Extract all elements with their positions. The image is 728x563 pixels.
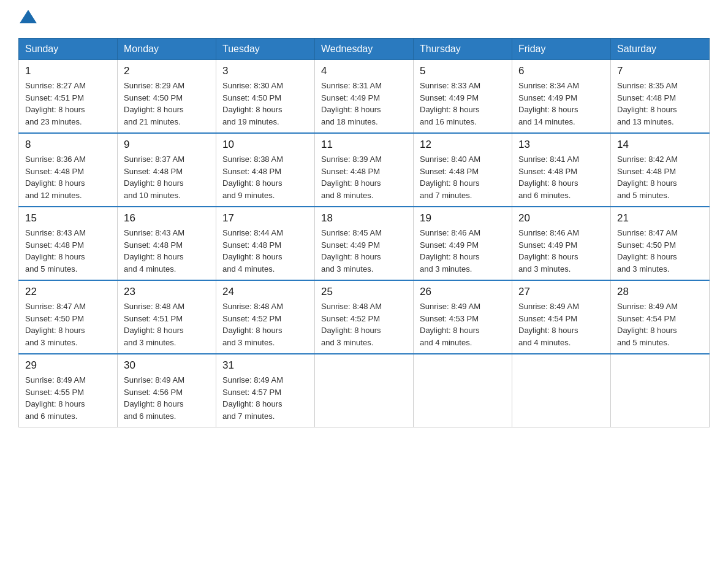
calendar-cell: 3 Sunrise: 8:30 AM Sunset: 4:50 PM Dayli… [216, 60, 315, 134]
calendar-cell: 2 Sunrise: 8:29 AM Sunset: 4:50 PM Dayli… [118, 60, 216, 134]
day-number: 14 [617, 139, 703, 151]
day-number: 25 [321, 286, 407, 298]
calendar-cell: 21 Sunrise: 8:47 AM Sunset: 4:50 PM Dayl… [611, 207, 710, 280]
day-info: Sunrise: 8:34 AM Sunset: 4:49 PM Dayligh… [518, 80, 604, 128]
day-info: Sunrise: 8:30 AM Sunset: 4:50 PM Dayligh… [222, 80, 308, 128]
day-info: Sunrise: 8:44 AM Sunset: 4:48 PM Dayligh… [222, 227, 308, 275]
week-row-2: 8 Sunrise: 8:36 AM Sunset: 4:48 PM Dayli… [19, 133, 710, 207]
calendar-cell: 12 Sunrise: 8:40 AM Sunset: 4:48 PM Dayl… [414, 133, 512, 207]
day-number: 20 [518, 212, 604, 224]
day-info: Sunrise: 8:49 AM Sunset: 4:57 PM Dayligh… [222, 374, 308, 422]
calendar-cell: 28 Sunrise: 8:49 AM Sunset: 4:54 PM Dayl… [611, 280, 710, 354]
day-number: 26 [420, 286, 506, 298]
day-info: Sunrise: 8:48 AM Sunset: 4:52 PM Dayligh… [222, 301, 308, 348]
day-info: Sunrise: 8:29 AM Sunset: 4:50 PM Dayligh… [124, 80, 210, 128]
day-info: Sunrise: 8:49 AM Sunset: 4:55 PM Dayligh… [25, 374, 111, 422]
calendar-cell: 17 Sunrise: 8:44 AM Sunset: 4:48 PM Dayl… [216, 207, 315, 280]
day-info: Sunrise: 8:40 AM Sunset: 4:48 PM Dayligh… [420, 153, 506, 201]
day-info: Sunrise: 8:45 AM Sunset: 4:49 PM Dayligh… [321, 227, 407, 275]
week-row-4: 22 Sunrise: 8:47 AM Sunset: 4:50 PM Dayl… [19, 280, 710, 354]
day-number: 12 [420, 139, 506, 151]
day-number: 5 [420, 65, 506, 77]
day-number: 4 [321, 65, 407, 77]
logo-triangle-icon [20, 10, 37, 23]
calendar-cell: 19 Sunrise: 8:46 AM Sunset: 4:49 PM Dayl… [414, 207, 512, 280]
week-row-5: 29 Sunrise: 8:49 AM Sunset: 4:55 PM Dayl… [19, 354, 710, 427]
day-info: Sunrise: 8:38 AM Sunset: 4:48 PM Dayligh… [222, 153, 308, 201]
page-header [18, 12, 710, 26]
calendar-cell: 31 Sunrise: 8:49 AM Sunset: 4:57 PM Dayl… [216, 354, 315, 427]
calendar-cell: 30 Sunrise: 8:49 AM Sunset: 4:56 PM Dayl… [118, 354, 216, 427]
day-number: 9 [124, 139, 210, 151]
header-tuesday: Tuesday [216, 39, 315, 60]
calendar-cell: 20 Sunrise: 8:46 AM Sunset: 4:49 PM Dayl… [512, 207, 611, 280]
calendar-cell: 27 Sunrise: 8:49 AM Sunset: 4:54 PM Dayl… [512, 280, 611, 354]
day-number: 30 [124, 359, 210, 372]
day-info: Sunrise: 8:36 AM Sunset: 4:48 PM Dayligh… [25, 153, 111, 201]
calendar-cell: 16 Sunrise: 8:43 AM Sunset: 4:48 PM Dayl… [118, 207, 216, 280]
calendar-cell: 13 Sunrise: 8:41 AM Sunset: 4:48 PM Dayl… [512, 133, 611, 207]
calendar-cell: 18 Sunrise: 8:45 AM Sunset: 4:49 PM Dayl… [315, 207, 414, 280]
calendar-cell [315, 354, 414, 427]
calendar-cell: 29 Sunrise: 8:49 AM Sunset: 4:55 PM Dayl… [19, 354, 118, 427]
day-number: 7 [617, 65, 703, 77]
day-number: 19 [420, 212, 506, 224]
day-info: Sunrise: 8:42 AM Sunset: 4:48 PM Dayligh… [617, 153, 703, 201]
logo [18, 12, 38, 26]
calendar-cell: 14 Sunrise: 8:42 AM Sunset: 4:48 PM Dayl… [611, 133, 710, 207]
calendar-cell [512, 354, 611, 427]
day-info: Sunrise: 8:46 AM Sunset: 4:49 PM Dayligh… [420, 227, 506, 275]
calendar-cell: 1 Sunrise: 8:27 AM Sunset: 4:51 PM Dayli… [19, 60, 118, 134]
day-number: 15 [25, 212, 111, 224]
day-number: 1 [25, 65, 111, 77]
day-number: 31 [222, 359, 308, 372]
day-number: 11 [321, 139, 407, 151]
day-number: 6 [518, 65, 604, 77]
day-info: Sunrise: 8:39 AM Sunset: 4:48 PM Dayligh… [321, 153, 407, 201]
header-wednesday: Wednesday [315, 39, 414, 60]
week-row-3: 15 Sunrise: 8:43 AM Sunset: 4:48 PM Dayl… [19, 207, 710, 280]
day-info: Sunrise: 8:47 AM Sunset: 4:50 PM Dayligh… [617, 227, 703, 275]
day-info: Sunrise: 8:47 AM Sunset: 4:50 PM Dayligh… [25, 301, 111, 348]
day-number: 27 [518, 286, 604, 298]
calendar-cell: 10 Sunrise: 8:38 AM Sunset: 4:48 PM Dayl… [216, 133, 315, 207]
day-number: 10 [222, 139, 308, 151]
calendar-cell: 23 Sunrise: 8:48 AM Sunset: 4:51 PM Dayl… [118, 280, 216, 354]
calendar-cell: 5 Sunrise: 8:33 AM Sunset: 4:49 PM Dayli… [414, 60, 512, 134]
day-number: 24 [222, 286, 308, 298]
day-info: Sunrise: 8:46 AM Sunset: 4:49 PM Dayligh… [518, 227, 604, 275]
day-number: 18 [321, 212, 407, 224]
day-number: 16 [124, 212, 210, 224]
calendar-cell: 25 Sunrise: 8:48 AM Sunset: 4:52 PM Dayl… [315, 280, 414, 354]
day-number: 3 [222, 65, 308, 77]
calendar-cell: 22 Sunrise: 8:47 AM Sunset: 4:50 PM Dayl… [19, 280, 118, 354]
calendar-cell: 11 Sunrise: 8:39 AM Sunset: 4:48 PM Dayl… [315, 133, 414, 207]
day-number: 13 [518, 139, 604, 151]
calendar-cell [611, 354, 710, 427]
calendar-cell: 6 Sunrise: 8:34 AM Sunset: 4:49 PM Dayli… [512, 60, 611, 134]
calendar-cell [414, 354, 512, 427]
calendar-cell: 15 Sunrise: 8:43 AM Sunset: 4:48 PM Dayl… [19, 207, 118, 280]
day-info: Sunrise: 8:33 AM Sunset: 4:49 PM Dayligh… [420, 80, 506, 128]
day-info: Sunrise: 8:31 AM Sunset: 4:49 PM Dayligh… [321, 80, 407, 128]
day-number: 29 [25, 359, 111, 372]
day-info: Sunrise: 8:49 AM Sunset: 4:54 PM Dayligh… [617, 301, 703, 348]
day-info: Sunrise: 8:49 AM Sunset: 4:54 PM Dayligh… [518, 301, 604, 348]
day-info: Sunrise: 8:48 AM Sunset: 4:51 PM Dayligh… [124, 301, 210, 348]
calendar-cell: 26 Sunrise: 8:49 AM Sunset: 4:53 PM Dayl… [414, 280, 512, 354]
calendar-cell: 4 Sunrise: 8:31 AM Sunset: 4:49 PM Dayli… [315, 60, 414, 134]
day-number: 28 [617, 286, 703, 298]
calendar-cell: 7 Sunrise: 8:35 AM Sunset: 4:48 PM Dayli… [611, 60, 710, 134]
day-info: Sunrise: 8:43 AM Sunset: 4:48 PM Dayligh… [25, 227, 111, 275]
day-info: Sunrise: 8:37 AM Sunset: 4:48 PM Dayligh… [124, 153, 210, 201]
day-number: 17 [222, 212, 308, 224]
day-number: 8 [25, 139, 111, 151]
header-thursday: Thursday [414, 39, 512, 60]
calendar-cell: 8 Sunrise: 8:36 AM Sunset: 4:48 PM Dayli… [19, 133, 118, 207]
day-number: 21 [617, 212, 703, 224]
calendar-cell: 9 Sunrise: 8:37 AM Sunset: 4:48 PM Dayli… [118, 133, 216, 207]
day-info: Sunrise: 8:43 AM Sunset: 4:48 PM Dayligh… [124, 227, 210, 275]
day-number: 23 [124, 286, 210, 298]
day-info: Sunrise: 8:35 AM Sunset: 4:48 PM Dayligh… [617, 80, 703, 128]
day-info: Sunrise: 8:27 AM Sunset: 4:51 PM Dayligh… [25, 80, 111, 128]
